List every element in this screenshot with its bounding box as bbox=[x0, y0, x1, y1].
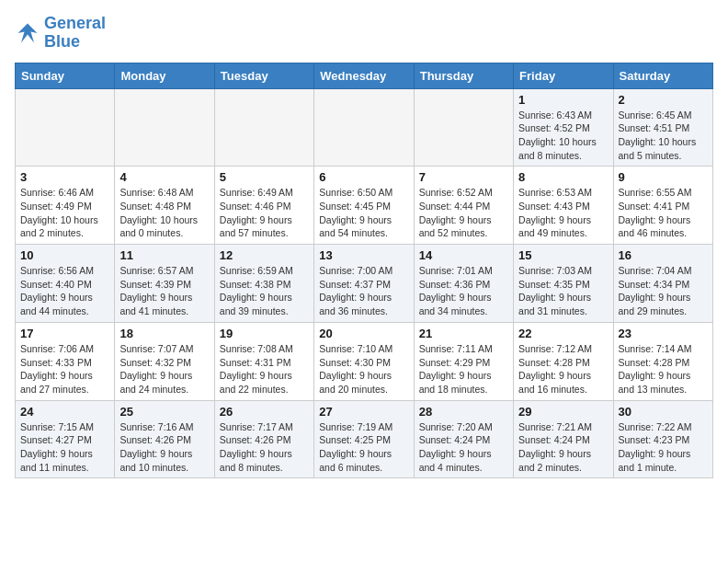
day-number: 27 bbox=[319, 405, 408, 419]
day-number: 18 bbox=[119, 327, 209, 340]
day-info: Sunrise: 7:08 AM Sunset: 4:31 PM Dayligh… bbox=[220, 342, 309, 396]
calendar-cell: 20Sunrise: 7:10 AM Sunset: 4:30 PM Dayli… bbox=[314, 322, 414, 400]
calendar-cell: 13Sunrise: 7:00 AM Sunset: 4:37 PM Dayli… bbox=[314, 245, 414, 323]
day-info: Sunrise: 7:00 AM Sunset: 4:37 PM Dayligh… bbox=[319, 264, 408, 318]
day-number: 5 bbox=[220, 170, 309, 184]
day-number: 20 bbox=[319, 327, 408, 340]
day-number: 8 bbox=[518, 170, 608, 184]
day-info: Sunrise: 7:01 AM Sunset: 4:36 PM Dayligh… bbox=[419, 264, 508, 318]
day-number: 29 bbox=[518, 405, 608, 419]
calendar-cell: 29Sunrise: 7:21 AM Sunset: 4:24 PM Dayli… bbox=[514, 400, 613, 478]
day-info: Sunrise: 7:16 AM Sunset: 4:26 PM Dayligh… bbox=[119, 420, 209, 475]
day-number: 30 bbox=[619, 405, 708, 419]
day-number: 4 bbox=[119, 170, 209, 184]
day-info: Sunrise: 6:48 AM Sunset: 4:48 PM Dayligh… bbox=[119, 186, 209, 240]
day-info: Sunrise: 7:14 AM Sunset: 4:28 PM Dayligh… bbox=[619, 342, 708, 396]
day-info: Sunrise: 7:10 AM Sunset: 4:30 PM Dayligh… bbox=[319, 342, 408, 396]
calendar-cell: 14Sunrise: 7:01 AM Sunset: 4:36 PM Dayli… bbox=[414, 245, 513, 323]
logo-text: General Blue bbox=[44, 15, 106, 52]
day-number: 22 bbox=[518, 327, 608, 340]
weekday-header-friday: Friday bbox=[514, 63, 613, 88]
day-number: 15 bbox=[518, 248, 608, 262]
day-number: 19 bbox=[220, 327, 309, 340]
calendar-cell bbox=[16, 88, 115, 167]
calendar-cell: 4Sunrise: 6:48 AM Sunset: 4:48 PM Daylig… bbox=[115, 167, 214, 245]
day-info: Sunrise: 7:06 AM Sunset: 4:33 PM Dayligh… bbox=[20, 342, 109, 396]
day-number: 11 bbox=[119, 248, 209, 262]
svg-marker-0 bbox=[18, 23, 38, 42]
day-number: 9 bbox=[619, 170, 708, 184]
day-info: Sunrise: 7:04 AM Sunset: 4:34 PM Dayligh… bbox=[619, 264, 708, 318]
calendar-cell: 26Sunrise: 7:17 AM Sunset: 4:26 PM Dayli… bbox=[214, 400, 313, 478]
calendar-cell: 22Sunrise: 7:12 AM Sunset: 4:28 PM Dayli… bbox=[514, 322, 613, 400]
calendar-cell bbox=[414, 88, 513, 167]
day-info: Sunrise: 6:53 AM Sunset: 4:43 PM Dayligh… bbox=[518, 186, 608, 240]
day-number: 26 bbox=[220, 405, 309, 419]
day-info: Sunrise: 7:17 AM Sunset: 4:26 PM Dayligh… bbox=[220, 420, 309, 475]
weekday-header-saturday: Saturday bbox=[613, 63, 712, 88]
day-number: 7 bbox=[419, 170, 508, 184]
day-info: Sunrise: 6:57 AM Sunset: 4:39 PM Dayligh… bbox=[119, 264, 209, 318]
calendar-cell: 6Sunrise: 6:50 AM Sunset: 4:45 PM Daylig… bbox=[314, 167, 414, 245]
calendar-cell: 27Sunrise: 7:19 AM Sunset: 4:25 PM Dayli… bbox=[314, 400, 414, 478]
logo-icon bbox=[15, 20, 40, 46]
calendar-cell bbox=[314, 88, 414, 167]
day-info: Sunrise: 6:49 AM Sunset: 4:46 PM Dayligh… bbox=[220, 186, 309, 240]
calendar-cell: 15Sunrise: 7:03 AM Sunset: 4:35 PM Dayli… bbox=[514, 245, 613, 323]
calendar-table: SundayMondayTuesdayWednesdayThursdayFrid… bbox=[15, 63, 713, 479]
day-number: 28 bbox=[419, 405, 508, 419]
calendar-cell: 7Sunrise: 6:52 AM Sunset: 4:44 PM Daylig… bbox=[414, 167, 513, 245]
weekday-header-thursday: Thursday bbox=[414, 63, 513, 88]
page-header: General Blue bbox=[15, 15, 713, 52]
calendar-cell: 10Sunrise: 6:56 AM Sunset: 4:40 PM Dayli… bbox=[16, 245, 115, 323]
day-info: Sunrise: 7:07 AM Sunset: 4:32 PM Dayligh… bbox=[119, 342, 209, 396]
day-number: 24 bbox=[20, 405, 109, 419]
day-info: Sunrise: 7:19 AM Sunset: 4:25 PM Dayligh… bbox=[319, 420, 408, 475]
day-info: Sunrise: 6:50 AM Sunset: 4:45 PM Dayligh… bbox=[319, 186, 408, 240]
calendar-cell: 8Sunrise: 6:53 AM Sunset: 4:43 PM Daylig… bbox=[514, 167, 613, 245]
day-number: 13 bbox=[319, 248, 408, 262]
day-info: Sunrise: 7:12 AM Sunset: 4:28 PM Dayligh… bbox=[518, 342, 608, 396]
day-number: 16 bbox=[619, 248, 708, 262]
weekday-header-monday: Monday bbox=[115, 63, 214, 88]
weekday-header-sunday: Sunday bbox=[16, 63, 115, 88]
day-number: 1 bbox=[518, 93, 608, 107]
calendar-cell: 30Sunrise: 7:22 AM Sunset: 4:23 PM Dayli… bbox=[613, 400, 712, 478]
calendar-cell: 23Sunrise: 7:14 AM Sunset: 4:28 PM Dayli… bbox=[613, 322, 712, 400]
calendar-cell: 1Sunrise: 6:43 AM Sunset: 4:52 PM Daylig… bbox=[514, 88, 613, 167]
day-number: 12 bbox=[220, 248, 309, 262]
calendar-cell: 3Sunrise: 6:46 AM Sunset: 4:49 PM Daylig… bbox=[16, 167, 115, 245]
calendar-cell: 2Sunrise: 6:45 AM Sunset: 4:51 PM Daylig… bbox=[613, 88, 712, 167]
day-info: Sunrise: 6:52 AM Sunset: 4:44 PM Dayligh… bbox=[419, 186, 508, 240]
calendar-cell: 21Sunrise: 7:11 AM Sunset: 4:29 PM Dayli… bbox=[414, 322, 513, 400]
day-number: 21 bbox=[419, 327, 508, 340]
day-info: Sunrise: 7:11 AM Sunset: 4:29 PM Dayligh… bbox=[419, 342, 508, 396]
day-number: 6 bbox=[319, 170, 408, 184]
calendar-cell: 11Sunrise: 6:57 AM Sunset: 4:39 PM Dayli… bbox=[115, 245, 214, 323]
day-info: Sunrise: 6:56 AM Sunset: 4:40 PM Dayligh… bbox=[20, 264, 109, 318]
day-info: Sunrise: 7:03 AM Sunset: 4:35 PM Dayligh… bbox=[518, 264, 608, 318]
day-info: Sunrise: 6:46 AM Sunset: 4:49 PM Dayligh… bbox=[20, 186, 109, 240]
day-number: 10 bbox=[20, 248, 109, 262]
day-info: Sunrise: 7:22 AM Sunset: 4:23 PM Dayligh… bbox=[619, 420, 708, 475]
day-number: 17 bbox=[20, 327, 109, 340]
day-number: 23 bbox=[619, 327, 708, 340]
day-info: Sunrise: 7:20 AM Sunset: 4:24 PM Dayligh… bbox=[419, 420, 508, 475]
weekday-header-wednesday: Wednesday bbox=[314, 63, 414, 88]
day-number: 14 bbox=[419, 248, 508, 262]
day-info: Sunrise: 7:15 AM Sunset: 4:27 PM Dayligh… bbox=[20, 420, 109, 475]
calendar-cell bbox=[214, 88, 313, 167]
calendar-cell: 16Sunrise: 7:04 AM Sunset: 4:34 PM Dayli… bbox=[613, 245, 712, 323]
weekday-header-tuesday: Tuesday bbox=[214, 63, 313, 88]
calendar-cell: 24Sunrise: 7:15 AM Sunset: 4:27 PM Dayli… bbox=[16, 400, 115, 478]
day-info: Sunrise: 6:59 AM Sunset: 4:38 PM Dayligh… bbox=[220, 264, 309, 318]
day-number: 25 bbox=[119, 405, 209, 419]
calendar-cell: 5Sunrise: 6:49 AM Sunset: 4:46 PM Daylig… bbox=[214, 167, 313, 245]
day-info: Sunrise: 6:55 AM Sunset: 4:41 PM Dayligh… bbox=[619, 186, 708, 240]
calendar-cell: 12Sunrise: 6:59 AM Sunset: 4:38 PM Dayli… bbox=[214, 245, 313, 323]
calendar-cell bbox=[115, 88, 214, 167]
calendar-cell: 25Sunrise: 7:16 AM Sunset: 4:26 PM Dayli… bbox=[115, 400, 214, 478]
day-info: Sunrise: 7:21 AM Sunset: 4:24 PM Dayligh… bbox=[518, 420, 608, 475]
calendar-cell: 17Sunrise: 7:06 AM Sunset: 4:33 PM Dayli… bbox=[16, 322, 115, 400]
calendar-cell: 19Sunrise: 7:08 AM Sunset: 4:31 PM Dayli… bbox=[214, 322, 313, 400]
